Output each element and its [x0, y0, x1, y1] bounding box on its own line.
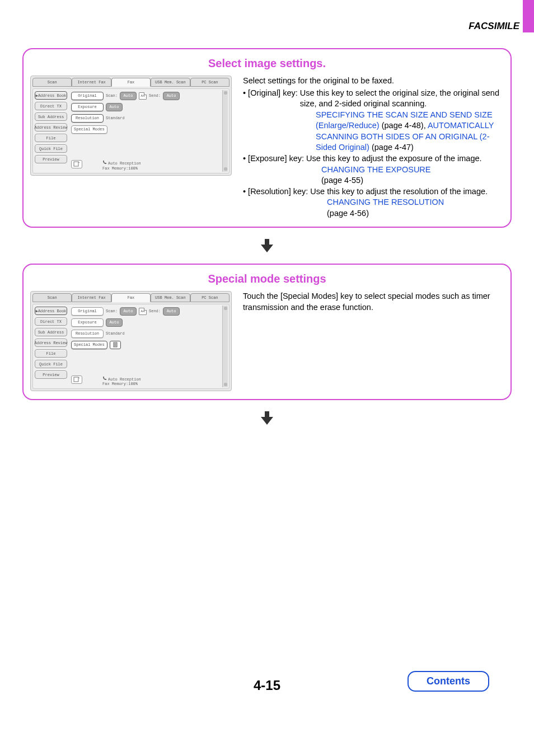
send-auto-value[interactable]: Auto: [163, 307, 180, 316]
tab-scan[interactable]: Scan: [32, 78, 72, 87]
panel-tabs: Scan Internet Fax Fax USB Mem. Scan PC S…: [32, 78, 229, 87]
status-text: Auto Reception Fax Memory:100%: [102, 160, 141, 171]
card-image-settings: Select image settings. Scan Internet Fax…: [22, 48, 512, 228]
resolution-button[interactable]: Resolution: [71, 114, 104, 123]
resolution-key-desc: Use this key to adjust the resolution of…: [310, 186, 504, 198]
page-ref-3: (page 4-55): [321, 176, 363, 185]
address-review-button[interactable]: Address Review: [35, 123, 67, 132]
document-icon[interactable]: [71, 375, 82, 384]
address-book-button[interactable]: ▶Address Book: [35, 91, 67, 100]
page-ref-2: (page 4-47): [369, 143, 414, 152]
paper-a4-icon: A4: [139, 92, 147, 100]
card2-title: Special mode settings: [30, 273, 504, 285]
file-button[interactable]: File: [35, 134, 67, 142]
page-header: FACSIMILE: [0, 0, 534, 48]
scan-auto-value[interactable]: Auto: [120, 92, 137, 100]
send-auto-value[interactable]: Auto: [163, 92, 180, 100]
original-key-label: • [Original] key:: [243, 88, 298, 110]
header-color-bar: [523, 0, 534, 32]
resolution-value: Standard: [106, 331, 125, 336]
card2-text: Touch the [Special Modes] key to select …: [243, 291, 504, 391]
file-button[interactable]: File: [35, 349, 67, 358]
exposure-key-desc: Use this key to adjust the exposure of t…: [306, 153, 504, 165]
page-ref-1: (page 4-48),: [380, 121, 428, 130]
tab-fax[interactable]: Fax: [111, 293, 151, 302]
scan-label: Scan:: [106, 309, 118, 313]
special-modes-icon[interactable]: [110, 341, 121, 349]
paper-a4-icon: A4: [139, 308, 147, 315]
preview-button[interactable]: Preview: [35, 155, 67, 163]
header-title: FACSIMILE: [469, 21, 519, 32]
device-panel-1: Scan Internet Fax Fax USB Mem. Scan PC S…: [30, 76, 232, 176]
address-review-button[interactable]: Address Review: [35, 339, 67, 347]
tab-scan[interactable]: Scan: [32, 293, 72, 302]
exposure-key-label: • [Exposure] key:: [243, 153, 304, 165]
original-button[interactable]: Original: [71, 307, 104, 316]
phone-icon: [102, 160, 107, 166]
resolution-button[interactable]: Resolution: [71, 330, 104, 338]
svg-rect-5: [74, 377, 78, 382]
contents-button[interactable]: Contents: [407, 671, 489, 692]
special-modes-button[interactable]: Special Modes: [71, 341, 107, 349]
tab-internet-fax[interactable]: Internet Fax: [72, 78, 111, 87]
resolution-key-label: • [Resolution] key:: [243, 186, 308, 198]
original-key-desc: Use this key to select the original size…: [300, 88, 504, 110]
panel-scrollbar[interactable]: [222, 90, 228, 172]
phone-icon: [102, 376, 107, 382]
card-title: Select image settings.: [30, 57, 504, 70]
sub-address-button[interactable]: Sub Address: [35, 112, 67, 121]
intro-text: Select settings for the original to be f…: [243, 76, 504, 87]
link-resolution[interactable]: CHANGING THE RESOLUTION: [327, 198, 444, 206]
exposure-auto-value[interactable]: Auto: [106, 103, 123, 111]
card-special-modes: Special mode settings Scan Internet Fax …: [22, 264, 512, 400]
tab-fax[interactable]: Fax: [111, 78, 151, 87]
quick-file-button[interactable]: Quick File: [35, 144, 67, 153]
device-panel-2: Scan Internet Fax Fax USB Mem. Scan PC S…: [30, 291, 232, 391]
special-modes-desc: Touch the [Special Modes] key to select …: [243, 291, 504, 313]
tab-internet-fax[interactable]: Internet Fax: [72, 293, 111, 302]
send-label: Send:: [149, 309, 161, 313]
scan-label: Scan:: [106, 93, 118, 98]
scan-auto-value[interactable]: Auto: [120, 307, 137, 316]
sub-address-button[interactable]: Sub Address: [35, 328, 67, 336]
original-button[interactable]: Original: [71, 92, 104, 100]
panel-tabs: Scan Internet Fax Fax USB Mem. Scan PC S…: [32, 293, 229, 302]
quick-file-button[interactable]: Quick File: [35, 360, 67, 368]
special-modes-button[interactable]: Special Modes: [71, 125, 107, 134]
exposure-button[interactable]: Exposure: [71, 103, 104, 111]
panel-scrollbar[interactable]: [222, 306, 228, 387]
status-text: Auto Reception Fax Memory:100%: [102, 376, 141, 387]
address-book-button[interactable]: ▶Address Book: [35, 307, 67, 315]
preview-button[interactable]: Preview: [35, 370, 67, 379]
resolution-value: Standard: [106, 116, 125, 120]
tab-usb-mem-scan[interactable]: USB Mem. Scan: [151, 293, 190, 302]
tab-pc-scan[interactable]: PC Scan: [190, 293, 229, 302]
tab-usb-mem-scan[interactable]: USB Mem. Scan: [151, 78, 190, 87]
page-ref-4: (page 4-56): [327, 209, 369, 218]
document-icon[interactable]: [71, 160, 82, 168]
exposure-button[interactable]: Exposure: [71, 318, 104, 327]
tab-pc-scan[interactable]: PC Scan: [190, 78, 229, 87]
link-exposure[interactable]: CHANGING THE EXPOSURE: [321, 165, 431, 174]
down-arrow-icon: [259, 410, 275, 426]
card1-text: Select settings for the original to be f…: [243, 76, 504, 219]
svg-rect-0: [74, 162, 78, 166]
exposure-auto-value[interactable]: Auto: [106, 318, 123, 327]
send-label: Send:: [149, 93, 161, 98]
direct-tx-button[interactable]: Direct TX: [35, 102, 67, 110]
direct-tx-button[interactable]: Direct TX: [35, 317, 67, 326]
down-arrow-icon: [259, 238, 275, 253]
